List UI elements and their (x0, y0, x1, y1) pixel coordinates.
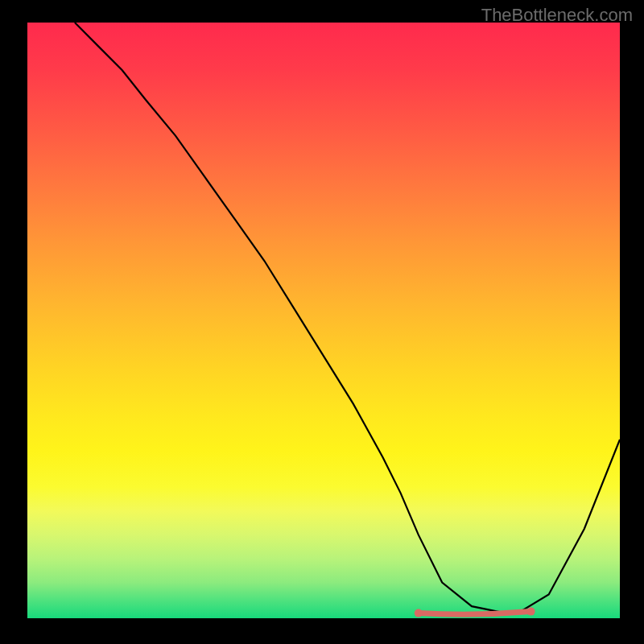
watermark-text: TheBottleneck.com (481, 5, 633, 26)
bottleneck-curve-svg (27, 23, 620, 618)
no-bottleneck-highlight (419, 612, 531, 615)
trough-dot (527, 608, 535, 616)
bottleneck-curve-path (75, 23, 620, 613)
chart-gradient-background (27, 23, 620, 618)
trough-end-dots (415, 608, 535, 617)
trough-dot (415, 609, 423, 617)
